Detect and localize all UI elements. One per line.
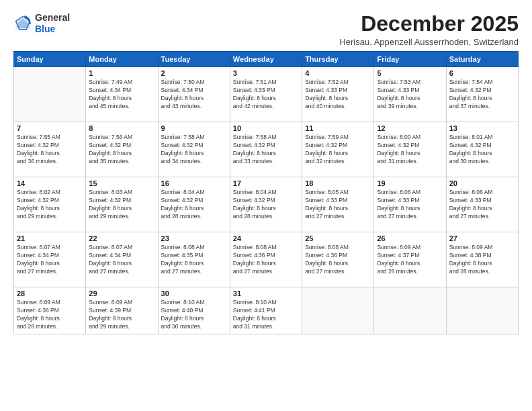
day-info: Sunrise: 8:07 AM Sunset: 4:34 PM Dayligh… <box>89 244 154 276</box>
day-info: Sunrise: 8:00 AM Sunset: 4:32 PM Dayligh… <box>377 134 443 166</box>
table-row: 6Sunrise: 7:54 AM Sunset: 4:32 PM Daylig… <box>446 67 518 122</box>
table-row: 4Sunrise: 7:52 AM Sunset: 4:33 PM Daylig… <box>302 67 374 122</box>
day-number: 25 <box>305 234 371 242</box>
day-info: Sunrise: 8:09 AM Sunset: 4:37 PM Dayligh… <box>377 244 443 276</box>
table-row <box>14 67 86 122</box>
day-info: Sunrise: 8:08 AM Sunset: 4:36 PM Dayligh… <box>305 244 371 276</box>
table-row: 20Sunrise: 8:06 AM Sunset: 4:33 PM Dayli… <box>446 177 518 232</box>
table-row: 12Sunrise: 8:00 AM Sunset: 4:32 PM Dayli… <box>374 122 446 177</box>
day-info: Sunrise: 7:58 AM Sunset: 4:32 PM Dayligh… <box>233 134 299 166</box>
day-info: Sunrise: 8:08 AM Sunset: 4:35 PM Dayligh… <box>161 244 227 276</box>
logo-icon <box>13 14 32 33</box>
table-row: 25Sunrise: 8:08 AM Sunset: 4:36 PM Dayli… <box>302 232 374 287</box>
day-number: 22 <box>89 234 154 242</box>
logo-general: General <box>35 12 70 24</box>
calendar-header-row: Sunday Monday Tuesday Wednesday Thursday… <box>14 52 519 67</box>
day-number: 14 <box>17 179 83 187</box>
day-info: Sunrise: 7:59 AM Sunset: 4:32 PM Dayligh… <box>305 134 371 166</box>
day-number: 15 <box>89 179 154 187</box>
calendar-week-row: 1Sunrise: 7:49 AM Sunset: 4:34 PM Daylig… <box>14 67 519 122</box>
table-row: 9Sunrise: 7:58 AM Sunset: 4:32 PM Daylig… <box>158 122 230 177</box>
table-row: 15Sunrise: 8:03 AM Sunset: 4:32 PM Dayli… <box>86 177 158 232</box>
day-number: 7 <box>17 124 83 132</box>
day-number: 31 <box>233 289 299 298</box>
table-row: 8Sunrise: 7:56 AM Sunset: 4:32 PM Daylig… <box>86 122 158 177</box>
logo-text: General Blue <box>35 12 70 35</box>
day-number: 21 <box>17 234 83 242</box>
day-number: 6 <box>449 69 515 77</box>
day-info: Sunrise: 7:52 AM Sunset: 4:33 PM Dayligh… <box>305 79 371 111</box>
day-number: 3 <box>233 69 299 77</box>
day-number: 8 <box>89 124 154 132</box>
day-info: Sunrise: 8:04 AM Sunset: 4:32 PM Dayligh… <box>233 189 299 221</box>
table-row: 13Sunrise: 8:01 AM Sunset: 4:32 PM Dayli… <box>446 122 518 177</box>
day-info: Sunrise: 8:09 AM Sunset: 4:38 PM Dayligh… <box>449 244 515 276</box>
col-tuesday: Tuesday <box>158 52 230 67</box>
calendar-week-row: 28Sunrise: 8:09 AM Sunset: 4:38 PM Dayli… <box>14 287 519 334</box>
table-row: 1Sunrise: 7:49 AM Sunset: 4:34 PM Daylig… <box>86 67 158 122</box>
day-info: Sunrise: 7:50 AM Sunset: 4:34 PM Dayligh… <box>161 79 227 111</box>
day-info: Sunrise: 8:06 AM Sunset: 4:33 PM Dayligh… <box>449 189 515 221</box>
table-row: 28Sunrise: 8:09 AM Sunset: 4:38 PM Dayli… <box>14 287 86 334</box>
day-number: 2 <box>161 69 227 77</box>
table-row: 3Sunrise: 7:51 AM Sunset: 4:33 PM Daylig… <box>230 67 302 122</box>
day-number: 23 <box>161 234 227 242</box>
page: General Blue December 2025 Herisau, Appe… <box>0 0 532 411</box>
title-section: December 2025 Herisau, Appenzell Ausserr… <box>339 12 519 47</box>
table-row: 24Sunrise: 8:08 AM Sunset: 4:36 PM Dayli… <box>230 232 302 287</box>
day-number: 11 <box>305 124 371 132</box>
day-number: 19 <box>377 179 443 187</box>
col-friday: Friday <box>374 52 446 67</box>
day-number: 9 <box>161 124 227 132</box>
table-row: 30Sunrise: 8:10 AM Sunset: 4:40 PM Dayli… <box>158 287 230 334</box>
day-info: Sunrise: 8:04 AM Sunset: 4:32 PM Dayligh… <box>161 189 227 221</box>
table-row: 17Sunrise: 8:04 AM Sunset: 4:32 PM Dayli… <box>230 177 302 232</box>
table-row <box>302 287 374 334</box>
table-row: 27Sunrise: 8:09 AM Sunset: 4:38 PM Dayli… <box>446 232 518 287</box>
day-number: 17 <box>233 179 299 187</box>
calendar-week-row: 7Sunrise: 7:55 AM Sunset: 4:32 PM Daylig… <box>14 122 519 177</box>
day-info: Sunrise: 8:05 AM Sunset: 4:33 PM Dayligh… <box>305 189 371 221</box>
table-row: 26Sunrise: 8:09 AM Sunset: 4:37 PM Dayli… <box>374 232 446 287</box>
day-number: 28 <box>17 289 83 298</box>
header: General Blue December 2025 Herisau, Appe… <box>13 12 519 47</box>
col-saturday: Saturday <box>446 52 518 67</box>
calendar-week-row: 14Sunrise: 8:02 AM Sunset: 4:32 PM Dayli… <box>14 177 519 232</box>
table-row <box>374 287 446 334</box>
day-number: 26 <box>377 234 443 242</box>
day-number: 30 <box>161 289 227 298</box>
day-number: 4 <box>305 69 371 77</box>
day-info: Sunrise: 7:51 AM Sunset: 4:33 PM Dayligh… <box>233 79 299 111</box>
day-number: 20 <box>449 179 515 187</box>
table-row: 16Sunrise: 8:04 AM Sunset: 4:32 PM Dayli… <box>158 177 230 232</box>
table-row: 19Sunrise: 8:06 AM Sunset: 4:33 PM Dayli… <box>374 177 446 232</box>
day-number: 5 <box>377 69 443 77</box>
table-row: 7Sunrise: 7:55 AM Sunset: 4:32 PM Daylig… <box>14 122 86 177</box>
day-info: Sunrise: 7:58 AM Sunset: 4:32 PM Dayligh… <box>161 134 227 166</box>
day-number: 10 <box>233 124 299 132</box>
day-info: Sunrise: 7:54 AM Sunset: 4:32 PM Dayligh… <box>449 79 515 111</box>
day-info: Sunrise: 8:03 AM Sunset: 4:32 PM Dayligh… <box>89 189 154 221</box>
table-row: 22Sunrise: 8:07 AM Sunset: 4:34 PM Dayli… <box>86 232 158 287</box>
day-info: Sunrise: 8:07 AM Sunset: 4:34 PM Dayligh… <box>17 244 83 276</box>
day-info: Sunrise: 8:09 AM Sunset: 4:38 PM Dayligh… <box>17 299 83 331</box>
day-info: Sunrise: 8:10 AM Sunset: 4:41 PM Dayligh… <box>233 299 299 331</box>
logo-blue: Blue <box>35 24 70 35</box>
logo: General Blue <box>13 12 70 35</box>
table-row <box>446 287 518 334</box>
col-thursday: Thursday <box>302 52 374 67</box>
day-number: 16 <box>161 179 227 187</box>
table-row: 11Sunrise: 7:59 AM Sunset: 4:32 PM Dayli… <box>302 122 374 177</box>
table-row: 14Sunrise: 8:02 AM Sunset: 4:32 PM Dayli… <box>14 177 86 232</box>
col-monday: Monday <box>86 52 158 67</box>
calendar-week-row: 21Sunrise: 8:07 AM Sunset: 4:34 PM Dayli… <box>14 232 519 287</box>
day-info: Sunrise: 7:56 AM Sunset: 4:32 PM Dayligh… <box>89 134 154 166</box>
table-row: 23Sunrise: 8:08 AM Sunset: 4:35 PM Dayli… <box>158 232 230 287</box>
day-number: 1 <box>89 69 154 77</box>
table-row: 21Sunrise: 8:07 AM Sunset: 4:34 PM Dayli… <box>14 232 86 287</box>
day-info: Sunrise: 8:09 AM Sunset: 4:39 PM Dayligh… <box>89 299 154 331</box>
table-row: 18Sunrise: 8:05 AM Sunset: 4:33 PM Dayli… <box>302 177 374 232</box>
day-number: 18 <box>305 179 371 187</box>
day-info: Sunrise: 8:08 AM Sunset: 4:36 PM Dayligh… <box>233 244 299 276</box>
table-row: 5Sunrise: 7:53 AM Sunset: 4:33 PM Daylig… <box>374 67 446 122</box>
